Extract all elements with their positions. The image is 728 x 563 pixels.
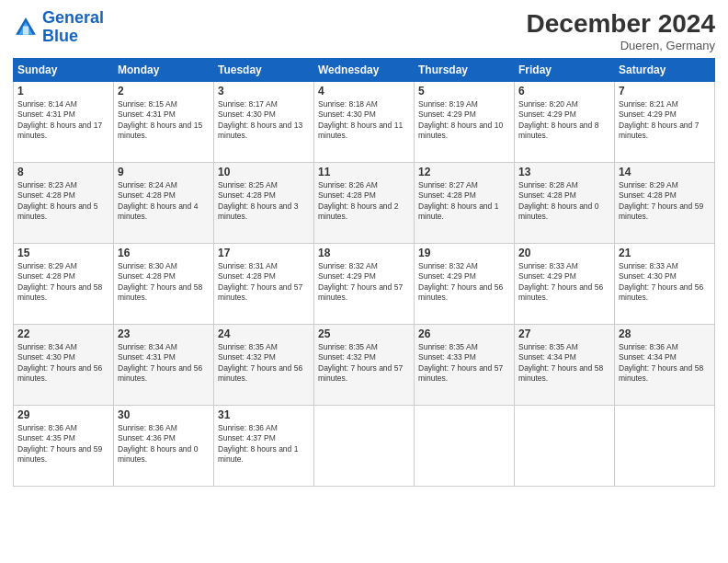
day-number: 11: [318, 166, 410, 178]
calendar-cell: 24Sunrise: 8:35 AMSunset: 4:32 PMDayligh…: [214, 325, 314, 406]
day-number: 15: [17, 247, 109, 259]
day-number: 27: [518, 327, 610, 340]
day-number: 6: [518, 85, 610, 98]
cell-info: Sunrise: 8:34 AMSunset: 4:30 PMDaylight:…: [17, 342, 109, 385]
weekday-header-monday: Monday: [114, 59, 214, 82]
cell-info: Sunrise: 8:15 AMSunset: 4:31 PMDaylight:…: [118, 99, 210, 142]
calendar-cell: 16Sunrise: 8:30 AMSunset: 4:28 PMDayligh…: [114, 244, 214, 325]
calendar-cell: [615, 406, 715, 487]
cell-info: Sunrise: 8:29 AMSunset: 4:28 PMDaylight:…: [17, 261, 109, 304]
calendar-cell: 29Sunrise: 8:36 AMSunset: 4:35 PMDayligh…: [14, 406, 114, 487]
calendar: SundayMondayTuesdayWednesdayThursdayFrid…: [13, 58, 715, 487]
cell-info: Sunrise: 8:36 AMSunset: 4:37 PMDaylight:…: [218, 423, 310, 465]
cell-info: Sunrise: 8:20 AMSunset: 4:29 PMDaylight:…: [518, 99, 610, 142]
cell-info: Sunrise: 8:18 AMSunset: 4:30 PMDaylight:…: [318, 99, 410, 142]
calendar-cell: 10Sunrise: 8:25 AMSunset: 4:28 PMDayligh…: [214, 163, 314, 244]
month-title: December 2024: [527, 9, 715, 39]
weekday-header-sunday: Sunday: [14, 59, 114, 82]
day-number: 30: [118, 408, 210, 421]
cell-info: Sunrise: 8:36 AMSunset: 4:36 PMDaylight:…: [118, 423, 210, 465]
cell-info: Sunrise: 8:32 AMSunset: 4:29 PMDaylight:…: [418, 261, 510, 304]
calendar-cell: 30Sunrise: 8:36 AMSunset: 4:36 PMDayligh…: [114, 406, 214, 487]
cell-info: Sunrise: 8:33 AMSunset: 4:29 PMDaylight:…: [518, 261, 610, 304]
cell-info: Sunrise: 8:26 AMSunset: 4:28 PMDaylight:…: [318, 180, 410, 223]
weekday-header-wednesday: Wednesday: [314, 59, 415, 82]
location: Dueren, Germany: [527, 39, 715, 52]
calendar-cell: 15Sunrise: 8:29 AMSunset: 4:28 PMDayligh…: [14, 244, 114, 325]
calendar-cell: 28Sunrise: 8:36 AMSunset: 4:34 PMDayligh…: [615, 325, 715, 406]
calendar-cell: 23Sunrise: 8:34 AMSunset: 4:31 PMDayligh…: [114, 325, 214, 406]
calendar-cell: 6Sunrise: 8:20 AMSunset: 4:29 PMDaylight…: [515, 82, 615, 163]
day-number: 2: [118, 85, 210, 98]
cell-info: Sunrise: 8:21 AMSunset: 4:29 PMDaylight:…: [619, 99, 711, 142]
logo-icon: [13, 15, 39, 40]
calendar-cell: 8Sunrise: 8:23 AMSunset: 4:28 PMDaylight…: [14, 163, 114, 244]
day-number: 16: [118, 247, 210, 259]
calendar-cell: 11Sunrise: 8:26 AMSunset: 4:28 PMDayligh…: [314, 163, 415, 244]
logo: General Blue: [13, 9, 104, 46]
day-number: 1: [17, 85, 109, 98]
calendar-cell: 2Sunrise: 8:15 AMSunset: 4:31 PMDaylight…: [114, 82, 214, 163]
calendar-cell: 4Sunrise: 8:18 AMSunset: 4:30 PMDaylight…: [314, 82, 415, 163]
calendar-cell: 9Sunrise: 8:24 AMSunset: 4:28 PMDaylight…: [114, 163, 214, 244]
calendar-cell: [314, 406, 415, 487]
cell-info: Sunrise: 8:33 AMSunset: 4:30 PMDaylight:…: [619, 261, 711, 304]
calendar-cell: 31Sunrise: 8:36 AMSunset: 4:37 PMDayligh…: [214, 406, 314, 487]
week-row-5: 29Sunrise: 8:36 AMSunset: 4:35 PMDayligh…: [14, 406, 715, 487]
day-number: 17: [218, 247, 310, 259]
calendar-cell: 1Sunrise: 8:14 AMSunset: 4:31 PMDaylight…: [14, 82, 114, 163]
week-row-1: 1Sunrise: 8:14 AMSunset: 4:31 PMDaylight…: [14, 82, 715, 163]
day-number: 9: [118, 166, 210, 178]
day-number: 22: [17, 327, 109, 340]
cell-info: Sunrise: 8:31 AMSunset: 4:28 PMDaylight:…: [218, 261, 310, 304]
calendar-cell: 12Sunrise: 8:27 AMSunset: 4:28 PMDayligh…: [415, 163, 515, 244]
cell-info: Sunrise: 8:35 AMSunset: 4:32 PMDaylight:…: [218, 342, 310, 385]
day-number: 8: [17, 166, 109, 178]
cell-info: Sunrise: 8:14 AMSunset: 4:31 PMDaylight:…: [17, 99, 109, 142]
calendar-cell: 14Sunrise: 8:29 AMSunset: 4:28 PMDayligh…: [615, 163, 715, 244]
cell-info: Sunrise: 8:29 AMSunset: 4:28 PMDaylight:…: [619, 180, 711, 223]
day-number: 26: [418, 327, 510, 340]
calendar-cell: 3Sunrise: 8:17 AMSunset: 4:30 PMDaylight…: [214, 82, 314, 163]
cell-info: Sunrise: 8:36 AMSunset: 4:35 PMDaylight:…: [17, 423, 109, 465]
calendar-cell: 18Sunrise: 8:32 AMSunset: 4:29 PMDayligh…: [314, 244, 415, 325]
cell-info: Sunrise: 8:19 AMSunset: 4:29 PMDaylight:…: [418, 99, 510, 142]
cell-info: Sunrise: 8:34 AMSunset: 4:31 PMDaylight:…: [118, 342, 210, 385]
cell-info: Sunrise: 8:23 AMSunset: 4:28 PMDaylight:…: [17, 180, 109, 223]
svg-rect-2: [23, 26, 28, 34]
cell-info: Sunrise: 8:35 AMSunset: 4:34 PMDaylight:…: [518, 342, 610, 385]
day-number: 23: [118, 327, 210, 340]
calendar-cell: [415, 406, 515, 487]
day-number: 28: [619, 327, 711, 340]
day-number: 24: [218, 327, 310, 340]
weekday-header-saturday: Saturday: [615, 59, 715, 82]
calendar-cell: 7Sunrise: 8:21 AMSunset: 4:29 PMDaylight…: [615, 82, 715, 163]
week-row-2: 8Sunrise: 8:23 AMSunset: 4:28 PMDaylight…: [14, 163, 715, 244]
cell-info: Sunrise: 8:24 AMSunset: 4:28 PMDaylight:…: [118, 180, 210, 223]
day-number: 18: [318, 247, 410, 259]
cell-info: Sunrise: 8:25 AMSunset: 4:28 PMDaylight:…: [218, 180, 310, 223]
calendar-cell: 27Sunrise: 8:35 AMSunset: 4:34 PMDayligh…: [515, 325, 615, 406]
cell-info: Sunrise: 8:35 AMSunset: 4:33 PMDaylight:…: [418, 342, 510, 385]
day-number: 3: [218, 85, 310, 98]
logo-text: General Blue: [42, 9, 104, 46]
week-row-4: 22Sunrise: 8:34 AMSunset: 4:30 PMDayligh…: [14, 325, 715, 406]
title-block: December 2024 Dueren, Germany: [527, 9, 715, 52]
calendar-cell: 22Sunrise: 8:34 AMSunset: 4:30 PMDayligh…: [14, 325, 114, 406]
cell-info: Sunrise: 8:28 AMSunset: 4:28 PMDaylight:…: [518, 180, 610, 223]
day-number: 19: [418, 247, 510, 259]
calendar-cell: 25Sunrise: 8:35 AMSunset: 4:32 PMDayligh…: [314, 325, 415, 406]
day-number: 12: [418, 166, 510, 178]
day-number: 13: [518, 166, 610, 178]
day-number: 7: [619, 85, 711, 98]
cell-info: Sunrise: 8:27 AMSunset: 4:28 PMDaylight:…: [418, 180, 510, 223]
weekday-header-tuesday: Tuesday: [214, 59, 314, 82]
cell-info: Sunrise: 8:32 AMSunset: 4:29 PMDaylight:…: [318, 261, 410, 304]
day-number: 5: [418, 85, 510, 98]
day-number: 21: [619, 247, 711, 259]
calendar-cell: 17Sunrise: 8:31 AMSunset: 4:28 PMDayligh…: [214, 244, 314, 325]
cell-info: Sunrise: 8:30 AMSunset: 4:28 PMDaylight:…: [118, 261, 210, 304]
page: General Blue December 2024 Dueren, Germa…: [0, 0, 728, 563]
weekday-header-thursday: Thursday: [415, 59, 515, 82]
day-number: 25: [318, 327, 410, 340]
